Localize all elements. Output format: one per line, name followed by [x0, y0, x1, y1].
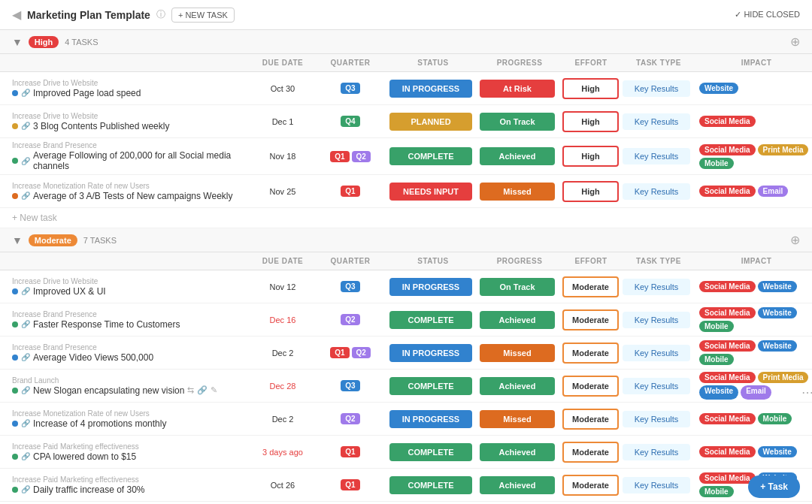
progress-badge[interactable]: Missed [480, 410, 555, 428]
impact-tag[interactable]: Social Media [699, 372, 756, 383]
task-name[interactable]: 3 Blog Contents Published weekly [33, 121, 169, 131]
action-icon-2[interactable]: 🔗 [197, 385, 208, 395]
impact-tag[interactable]: Email [741, 385, 771, 400]
progress-badge[interactable]: Achieved [480, 377, 555, 395]
tasktype-badge[interactable]: Key Results [623, 148, 690, 164]
new-task-fab[interactable]: + Task [748, 475, 800, 498]
new-task-button[interactable]: + NEW TASK [171, 8, 235, 23]
info-icon[interactable]: ⓘ [156, 8, 165, 21]
quarter-badge[interactable]: Q3 [341, 380, 359, 391]
status-badge[interactable]: IN PROGRESS [389, 80, 472, 98]
progress-badge[interactable]: Achieved [480, 311, 555, 329]
tasktype-badge[interactable]: Key Results [623, 80, 690, 97]
impact-tag[interactable]: Website [699, 83, 738, 94]
impact-tag[interactable]: Website [758, 446, 797, 457]
task-name[interactable]: CPA lowered down to $15 [33, 451, 136, 462]
quarter-badge[interactable]: Q1 [341, 446, 359, 457]
impact-tag[interactable]: Mobile [699, 354, 734, 365]
effort-badge[interactable]: High [562, 111, 619, 132]
impact-tag[interactable]: Mobile [699, 158, 734, 169]
quarter-badge[interactable]: Q4 [341, 116, 359, 127]
task-name[interactable]: New Slogan encapsulating new vision [33, 385, 184, 396]
quarter-badge[interactable]: Q1 [341, 186, 359, 197]
quarter-badge[interactable]: Q3 [341, 83, 359, 94]
section-toggle-high[interactable]: ▼ [12, 36, 23, 48]
effort-badge[interactable]: Moderate [562, 442, 619, 463]
impact-tag[interactable]: Print Media [758, 144, 809, 155]
effort-badge[interactable]: High [562, 78, 619, 99]
section-add-btn-high[interactable]: ⊕ [790, 35, 800, 49]
tasktype-badge[interactable]: Key Results [623, 312, 690, 328]
quarter-badge[interactable]: Q2 [341, 314, 359, 325]
tasktype-badge[interactable]: Key Results [623, 378, 690, 394]
impact-tag[interactable]: Social Media [699, 413, 756, 424]
impact-tag[interactable]: Social Media [699, 446, 756, 457]
status-badge[interactable]: NEEDS INPUT [389, 183, 472, 201]
hide-closed-button[interactable]: ✓ HIDE CLOSED [735, 10, 800, 20]
impact-tag[interactable]: Social Media [699, 340, 756, 352]
task-name[interactable]: Average Video Views 500,000 [33, 352, 153, 363]
action-icon-3[interactable]: ✎ [211, 385, 217, 395]
impact-tag[interactable]: Social Media [699, 144, 756, 155]
status-badge[interactable]: COMPLETE [389, 311, 472, 329]
progress-badge[interactable]: On Track [480, 113, 555, 131]
status-badge[interactable]: COMPLETE [389, 443, 472, 461]
progress-badge[interactable]: On Track [480, 278, 555, 296]
progress-badge[interactable]: Missed [480, 344, 555, 362]
task-name[interactable]: Average of 3 A/B Tests of New campaigns … [33, 191, 232, 201]
effort-badge[interactable]: Moderate [562, 409, 619, 430]
impact-tag[interactable]: Website [758, 281, 797, 292]
impact-tag[interactable]: Social Media [699, 116, 756, 127]
status-badge[interactable]: IN PROGRESS [389, 344, 472, 362]
progress-badge[interactable]: Achieved [480, 147, 555, 165]
quarter-badge[interactable]: Q1 [330, 151, 349, 162]
task-name[interactable]: Improved UX & UI [33, 286, 106, 297]
more-actions-icon[interactable]: ⋯ [801, 385, 812, 400]
effort-badge[interactable]: Moderate [562, 376, 619, 397]
effort-badge[interactable]: High [562, 146, 619, 167]
quarter-badge[interactable]: Q3 [341, 281, 359, 292]
status-badge[interactable]: IN PROGRESS [389, 278, 472, 296]
quarter-badge[interactable]: Q2 [352, 151, 371, 162]
progress-badge[interactable]: Missed [480, 183, 555, 201]
task-name[interactable]: Daily traffic increase of 30% [33, 484, 145, 495]
tasktype-badge[interactable]: Key Results [623, 113, 690, 130]
tasktype-badge[interactable]: Key Results [623, 183, 690, 200]
section-toggle-moderate[interactable]: ▼ [12, 234, 23, 246]
effort-badge[interactable]: Moderate [562, 309, 619, 330]
impact-tag[interactable]: Website [758, 307, 797, 318]
impact-tag[interactable]: Website [758, 340, 797, 352]
impact-tag[interactable]: Email [758, 186, 789, 197]
impact-tag[interactable]: Social Media [699, 307, 756, 318]
quarter-badge[interactable]: Q1 [341, 479, 359, 490]
quarter-badge[interactable]: Q1 [330, 347, 349, 358]
impact-tag[interactable]: Mobile [699, 486, 734, 497]
tasktype-badge[interactable]: Key Results [623, 411, 690, 427]
impact-tag[interactable]: Social Media [699, 186, 756, 197]
impact-tag[interactable]: Social Media [699, 281, 756, 292]
effort-badge[interactable]: High [562, 181, 619, 202]
impact-tag[interactable]: Print Media [758, 372, 809, 383]
section-add-btn-moderate[interactable]: ⊕ [790, 233, 800, 247]
progress-badge[interactable]: Achieved [480, 476, 555, 494]
tasktype-badge[interactable]: Key Results [623, 345, 690, 361]
tasktype-badge[interactable]: Key Results [623, 279, 690, 295]
effort-badge[interactable]: Moderate [562, 276, 619, 297]
tasktype-badge[interactable]: Key Results [623, 444, 690, 460]
effort-badge[interactable]: Moderate [562, 475, 619, 496]
impact-tag[interactable]: Mobile [699, 321, 734, 332]
action-icon-1[interactable]: ⇆ [187, 385, 194, 395]
task-name[interactable]: Increase of 4 promotions monthly [33, 418, 166, 429]
impact-tag[interactable]: Mobile [758, 413, 792, 424]
new-task-row[interactable]: + New task [0, 208, 812, 228]
impact-tag[interactable]: Website [699, 385, 738, 400]
status-badge[interactable]: COMPLETE [389, 377, 472, 395]
progress-badge[interactable]: At Risk [480, 80, 555, 98]
quarter-badge[interactable]: Q2 [352, 347, 371, 358]
tasktype-badge[interactable]: Key Results [623, 477, 690, 493]
status-badge[interactable]: COMPLETE [389, 476, 472, 494]
status-badge[interactable]: COMPLETE [389, 147, 472, 165]
status-badge[interactable]: PLANNED [389, 113, 472, 131]
quarter-badge[interactable]: Q2 [341, 413, 359, 424]
task-name[interactable]: Faster Response Time to Customers [33, 319, 180, 330]
